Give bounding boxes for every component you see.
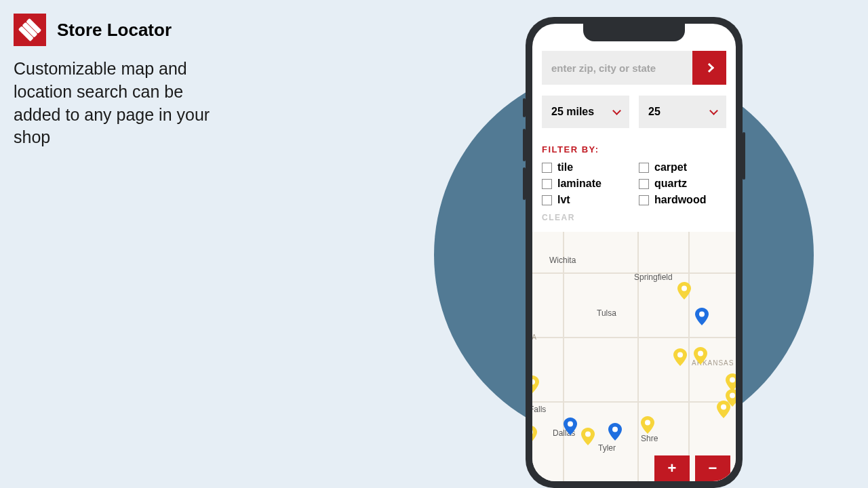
city-label: Tyler xyxy=(598,443,616,453)
chevron-right-icon xyxy=(705,63,714,73)
map-pin-icon[interactable] xyxy=(673,348,687,366)
filter-laminate[interactable]: laminate xyxy=(542,178,629,190)
svg-point-11 xyxy=(585,432,591,437)
city-label: Falls xyxy=(532,405,546,414)
map-pin-icon[interactable] xyxy=(608,423,622,441)
zoom-in-button[interactable]: + xyxy=(654,455,690,481)
filter-quartz[interactable]: quartz xyxy=(639,178,726,190)
search-input[interactable] xyxy=(542,51,692,85)
filter-tile[interactable]: tile xyxy=(542,161,629,174)
map-pin-icon[interactable] xyxy=(581,428,595,445)
app-title: Store Locator xyxy=(57,20,172,41)
city-label: Tulsa xyxy=(597,308,616,318)
svg-point-4 xyxy=(699,312,705,317)
filter-hardwood[interactable]: hardwood xyxy=(639,194,726,206)
map-pin-icon[interactable] xyxy=(726,389,736,407)
filter-lvt[interactable]: lvt xyxy=(542,194,629,206)
results-value: 25 xyxy=(648,106,660,118)
clear-filters-button[interactable]: CLEAR xyxy=(542,213,726,222)
svg-point-3 xyxy=(682,286,687,291)
svg-point-5 xyxy=(677,352,683,358)
search-button[interactable] xyxy=(692,51,726,85)
svg-point-13 xyxy=(645,420,650,426)
map-pin-icon[interactable] xyxy=(677,282,691,300)
svg-point-12 xyxy=(612,427,618,432)
map-pin-icon[interactable] xyxy=(532,426,537,443)
radius-value: 25 miles xyxy=(551,106,594,118)
map-view[interactable]: Wichita Springfield Tulsa Falls Dallas T… xyxy=(532,232,736,481)
map-pin-icon[interactable] xyxy=(532,375,539,393)
filter-group: tile carpet laminate quartz lvt hardwood xyxy=(542,161,726,206)
zoom-out-button[interactable]: − xyxy=(695,455,730,481)
map-pin-icon[interactable] xyxy=(695,308,709,325)
filter-carpet[interactable]: carpet xyxy=(639,161,726,174)
phone-mockup: 25 miles 25 FILTER BY: tile carpet lamin… xyxy=(526,17,743,488)
city-label: Springfield xyxy=(634,272,673,282)
filter-title: FILTER BY: xyxy=(542,144,726,155)
city-label: Shre xyxy=(641,434,658,443)
svg-point-6 xyxy=(698,351,703,357)
results-select[interactable]: 25 xyxy=(639,96,726,128)
svg-point-7 xyxy=(730,378,735,383)
map-pin-icon[interactable] xyxy=(641,416,654,434)
svg-point-15 xyxy=(730,393,735,399)
map-pin-icon[interactable] xyxy=(694,347,707,365)
radius-select[interactable]: 25 miles xyxy=(542,96,629,128)
city-label: Wichita xyxy=(549,256,576,265)
state-label: MA xyxy=(532,333,537,341)
app-logo xyxy=(14,14,46,46)
chevron-down-icon xyxy=(612,106,621,115)
chevron-down-icon xyxy=(709,106,718,115)
app-description: Customizable map and location search can… xyxy=(14,58,231,149)
svg-point-10 xyxy=(568,422,573,427)
map-pin-icon[interactable] xyxy=(564,418,577,435)
